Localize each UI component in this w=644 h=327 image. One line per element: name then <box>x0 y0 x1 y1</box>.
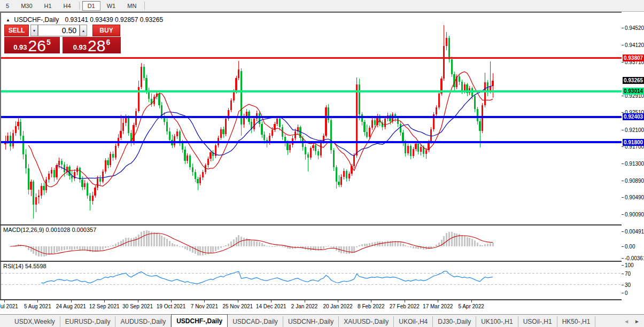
macd-panel-divider[interactable] <box>0 224 644 225</box>
candle <box>487 80 488 96</box>
tab-scroll-left-icon[interactable]: ◄ <box>624 318 629 324</box>
collapse-panel-icon[interactable]: ▲ <box>6 18 10 22</box>
volume-increase-button[interactable]: ▲ <box>80 25 87 36</box>
candle <box>492 73 493 98</box>
price-badge: 0.93807 <box>623 54 644 61</box>
candle <box>336 165 337 189</box>
candle <box>141 63 142 89</box>
candle <box>484 73 486 107</box>
chart-tab-usoil-h1[interactable]: USOil-,H1 <box>518 316 557 327</box>
candle <box>51 167 52 178</box>
price-axis[interactable]: 0.945200.941200.937100.929100.925100.921… <box>622 12 644 300</box>
chart-tab-ukoil-h4[interactable]: UKOil-,H4 <box>394 316 433 327</box>
chart-symbol-label: USDCHF-,Daily <box>14 16 59 24</box>
candle <box>38 190 40 204</box>
candle <box>143 64 145 81</box>
tab-scroll-arrows: ◄► <box>624 315 640 327</box>
chart-tab-xauusd-daily[interactable]: XAUUSD-,Daily <box>339 316 394 327</box>
candle <box>417 142 419 154</box>
candle <box>371 118 373 130</box>
chart-tab-usdchf-daily[interactable]: USDCHF-,Daily <box>171 314 228 327</box>
buy-button[interactable]: BUY <box>92 25 120 36</box>
macd-label: MACD(12,26,9) 0.001028 0.000357 <box>3 227 96 233</box>
chart-tab-hk50-h1[interactable]: HK50-,H1 <box>557 316 596 327</box>
candle <box>482 103 483 133</box>
chart-tab-dj30-daily[interactable]: DJ30-,Daily <box>433 316 476 327</box>
date-axis-label: 8 Feb 2022 <box>358 303 385 309</box>
toolbar-separator <box>144 2 145 10</box>
rsi-panel-divider[interactable] <box>0 261 644 262</box>
candle <box>102 169 104 184</box>
candle <box>169 128 170 143</box>
date-axis-label: 5 Apr 2022 <box>458 303 484 309</box>
price-badge: 0.92403 <box>623 113 644 120</box>
price-axis-tick: 0.94120 <box>622 42 644 48</box>
candle <box>382 120 383 131</box>
timeframe-button-m30[interactable]: M30 <box>15 1 37 11</box>
date-axis-label: 30 Sep 2021 <box>122 303 153 309</box>
chart-tab-usdcnh-daily[interactable]: USDCNH-,Daily <box>283 316 339 327</box>
rsi-axis-tick: 0 <box>622 290 628 296</box>
timeframe-button-h1[interactable]: H1 <box>39 1 57 11</box>
date-axis-tick <box>204 300 205 302</box>
sell-price-quote[interactable]: 0.93 26 5 <box>4 37 60 53</box>
candle <box>79 167 81 183</box>
candle <box>158 92 160 109</box>
candle <box>210 151 211 161</box>
candle <box>205 164 206 174</box>
candle <box>84 180 86 189</box>
timeframe-button-w1[interactable]: W1 <box>102 1 121 11</box>
candle <box>189 154 191 170</box>
chart-tab-audusd-daily[interactable]: AUDUSD-,Daily <box>115 316 171 327</box>
candle <box>340 174 342 187</box>
candle <box>446 32 447 50</box>
candle <box>112 151 114 161</box>
buy-price-quote[interactable]: 0.93 28 6 <box>63 37 121 53</box>
candle <box>148 88 150 103</box>
timeframe-button-h4[interactable]: H4 <box>58 1 76 11</box>
timeframe-button-5[interactable]: 5 <box>1 1 14 11</box>
chart-tab-uk100-h1[interactable]: UK100-,H1 <box>476 316 518 327</box>
price-axis-tick: 0.90090 <box>622 212 644 217</box>
candle <box>130 130 132 147</box>
candle <box>289 142 291 153</box>
chart-tab-eurusd-daily[interactable]: EURUSD-,Daily <box>60 316 116 327</box>
date-axis-label: 5 Aug 2021 <box>24 303 51 309</box>
date-axis-tick <box>438 300 438 302</box>
candle <box>425 148 427 159</box>
rsi-indicator-canvas[interactable] <box>1 262 622 299</box>
timeframe-button-d1[interactable]: D1 <box>82 1 100 11</box>
candle <box>199 175 201 185</box>
chart-tab-bar: USDX,WeeklyEURUSD-,DailyAUDUSD-,DailyUSD… <box>0 314 644 327</box>
candle <box>297 124 299 134</box>
sell-button[interactable]: SELL <box>4 25 29 36</box>
mt4-terminal: 5M30H1H4D1W1MN ▲ USDCHF-,Daily 0.93141 0… <box>0 0 644 327</box>
price-axis-tick: 0.94520 <box>622 25 644 31</box>
buy-price-prefix: 0.93 <box>73 43 87 51</box>
timeframe-button-mn[interactable]: MN <box>122 1 142 11</box>
date-axis-label: 27 Feb 2022 <box>390 303 420 309</box>
date-axis-tick <box>104 300 105 302</box>
candle <box>48 171 50 183</box>
candle <box>192 164 193 176</box>
rsi-axis-tick: 100 <box>622 262 634 268</box>
candle <box>274 122 275 133</box>
date-axis-tick <box>371 300 371 302</box>
candle <box>433 112 434 131</box>
date-axis-label: 17 Mar 2022 <box>423 303 453 309</box>
volume-input[interactable]: 0.50 <box>38 25 80 36</box>
candle <box>279 117 281 130</box>
candle <box>305 144 306 159</box>
candle <box>490 61 491 94</box>
volume-decrease-button[interactable]: ▼ <box>30 25 38 36</box>
chart-tab-usdcad-daily[interactable]: USDCAD-,Daily <box>228 316 283 327</box>
tab-scroll-right-icon[interactable]: ► <box>634 318 640 324</box>
candle <box>438 92 440 110</box>
candle <box>115 144 117 159</box>
date-axis-tick <box>171 300 172 302</box>
buy-price-pipette: 6 <box>106 38 110 46</box>
candle <box>138 81 139 113</box>
date-axis[interactable]: 18 Jul 20215 Aug 202124 Aug 202112 Sep 2… <box>0 300 622 314</box>
chart-tab-usdx-weekly[interactable]: USDX,Weekly <box>10 316 60 327</box>
candle <box>330 118 332 154</box>
